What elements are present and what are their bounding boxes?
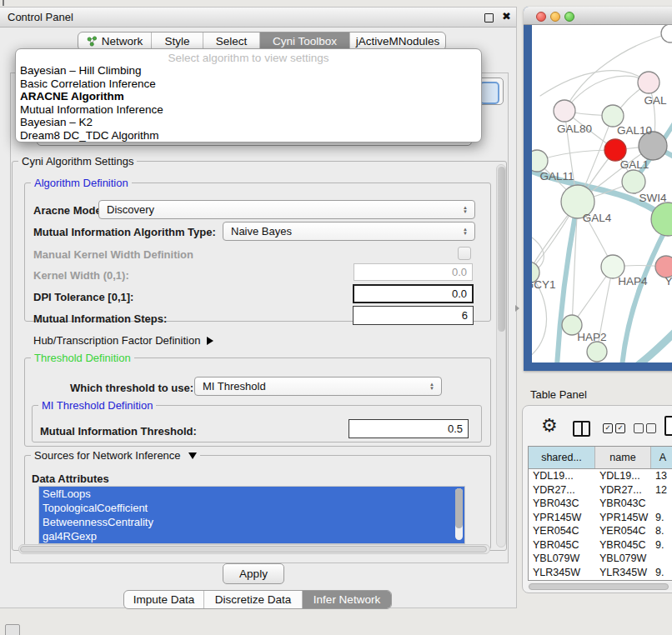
close-traffic-light-icon[interactable] <box>536 12 546 22</box>
network-node[interactable] <box>587 342 607 362</box>
algorithm-option[interactable]: Mutual Information Inference <box>16 103 481 117</box>
table-cell: YER054C <box>529 524 595 538</box>
algorithm-option[interactable]: Bayesian – K2 <box>16 116 481 129</box>
network-node[interactable] <box>638 72 659 93</box>
table-cell: 9. <box>651 538 672 552</box>
column-header[interactable]: shared... <box>529 447 595 468</box>
stepper-icon: ▲▼ <box>425 382 441 390</box>
select-all-checkboxes-icon[interactable]: ✓✓ <box>603 423 625 433</box>
attribute-item[interactable]: SelfLoops <box>39 487 464 501</box>
manual-kernel-checkbox[interactable] <box>458 247 471 260</box>
tab-network[interactable]: Network <box>78 32 152 50</box>
algorithm-option[interactable]: Dream8 DC_TDC Algorithm <box>16 129 481 142</box>
sources-group-title[interactable]: Sources for Network Inference <box>31 449 200 462</box>
hub-definition-expander[interactable]: Hub/Transcription Factor Definition <box>33 334 213 347</box>
tab-discretize-data[interactable]: Discretize Data <box>204 591 303 608</box>
table-cell: YBL079W <box>595 552 651 566</box>
tab-cyni-toolbox[interactable]: Cyni Toolbox <box>260 32 350 50</box>
kernel-width-field[interactable]: 0.0 <box>354 263 473 281</box>
minimize-traffic-light-icon[interactable] <box>550 12 560 22</box>
table-row[interactable]: YPR145WYPR145W9. <box>529 511 672 525</box>
tab-infer-network-label: Infer Network <box>313 593 380 606</box>
attribute-item[interactable]: BetweennessCentrality <box>39 515 464 529</box>
table-horizontal-scrollbar-thumb[interactable] <box>529 583 669 590</box>
tab-select[interactable]: Select <box>203 32 260 50</box>
hub-definition-label: Hub/Transcription Factor Definition <box>33 334 200 347</box>
node-label: GAL1 <box>620 158 649 171</box>
table-row[interactable]: YBL079WYBL079W <box>529 552 672 566</box>
settings-horizontal-scrollbar-thumb[interactable] <box>20 546 487 552</box>
table-cell <box>651 497 672 511</box>
attributes-scrollbar-thumb[interactable] <box>455 488 463 528</box>
close-icon[interactable]: ✖ <box>502 10 511 22</box>
table-horizontal-scrollbar[interactable] <box>528 582 672 590</box>
table-row[interactable]: YDL19...YDL19...13 <box>529 469 672 483</box>
network-window-titlebar[interactable] <box>524 7 672 25</box>
aracne-mode-select[interactable]: Discovery ▲▼ <box>98 200 475 219</box>
network-node[interactable] <box>622 170 645 193</box>
zoom-traffic-light-icon[interactable] <box>564 12 574 22</box>
mi-algorithm-type-select[interactable]: Naive Bayes ▲▼ <box>223 222 475 241</box>
which-threshold-label: Which threshold to use: <box>70 382 193 394</box>
apply-button-label: Apply <box>239 568 268 580</box>
data-attributes-listbox[interactable]: SelfLoopsTopologicalCoefficientBetweenne… <box>38 486 465 544</box>
attribute-item[interactable]: gal4RGexp <box>39 529 464 543</box>
algorithm-option[interactable]: Basic Correlation Inference <box>16 78 481 91</box>
settings-group-title: Cyni Algorithm Settings <box>18 155 137 168</box>
file-icon[interactable] <box>664 416 672 436</box>
table-panel-card: ⚙ ✓✓ shared...nameA YDL19...YDL19...13YD… <box>522 405 672 593</box>
table-row[interactable]: YLR345WYLR345W9. <box>529 566 672 580</box>
columns-icon[interactable] <box>573 421 590 437</box>
network-canvas[interactable]: GALGAL80GAL10GAL1GAL11SWI4GAL4GCY1HAP4YH… <box>532 25 672 362</box>
algorithm-dropdown-list: Bayesian – Hill ClimbingBasic Correlatio… <box>16 64 481 142</box>
settings-scrollbar[interactable] <box>496 164 506 548</box>
deselect-checkboxes-icon[interactable] <box>634 423 656 433</box>
table-row[interactable]: YBR043CYBR043C <box>529 497 672 511</box>
float-icon[interactable] <box>484 13 494 22</box>
algorithm-dropdown-placeholder: Select algorithm to view settings <box>16 52 481 64</box>
table-cell: YPR145W <box>529 511 595 525</box>
tab-style[interactable]: Style <box>152 32 203 50</box>
algorithm-option[interactable]: Bayesian – Hill Climbing <box>16 64 481 78</box>
table-row[interactable]: YBR045CYBR045C9. <box>529 538 672 552</box>
algorithm-definition-title: Algorithm Definition <box>31 177 132 189</box>
table-row[interactable]: YER054CYER054C8. <box>529 524 672 538</box>
node-label: HAP2 <box>577 331 606 343</box>
settings-horizontal-scrollbar[interactable] <box>18 544 490 554</box>
tab-jactivemnodules[interactable]: jActiveMNodules <box>350 32 445 50</box>
node-label: GAL4 <box>583 212 612 224</box>
column-header[interactable]: A <box>651 447 672 468</box>
node-table[interactable]: shared...nameA YDL19...YDL19...13YDR27..… <box>528 446 672 581</box>
table-row[interactable]: YDR27...YDR27...12 <box>529 483 672 498</box>
network-node[interactable] <box>661 25 672 42</box>
table-cell: YLR345W <box>529 566 595 580</box>
table-body: YDL19...YDL19...13YDR27...YDR27...12YBR0… <box>529 469 672 581</box>
mi-threshold-value: 0.5 <box>448 422 463 435</box>
panel-splitter-arrow[interactable] <box>515 305 519 312</box>
tab-discretize-data-label: Discretize Data <box>215 593 292 606</box>
network-node[interactable] <box>532 150 548 172</box>
algorithm-option[interactable]: ARACNE Algorithm <box>16 90 481 103</box>
screen-edge-artifact <box>3 0 4 6</box>
data-attributes-list: SelfLoopsTopologicalCoefficientBetweenne… <box>39 487 464 543</box>
network-canvas-svg: GALGAL80GAL10GAL1GAL11SWI4GAL4GCY1HAP4YH… <box>532 25 672 362</box>
tab-impute-data[interactable]: Impute Data <box>124 591 204 608</box>
attributes-scrollbar[interactable] <box>455 488 463 540</box>
apply-button[interactable]: Apply <box>223 563 284 584</box>
mi-threshold-field[interactable]: 0.5 <box>349 419 469 438</box>
which-threshold-select[interactable]: MI Threshold ▲▼ <box>194 377 442 396</box>
dpi-tolerance-field[interactable]: 0.0 <box>353 284 474 303</box>
tab-cyni-toolbox-label: Cyni Toolbox <box>273 35 337 48</box>
cut-off-button-fragment[interactable] <box>5 624 20 635</box>
gear-icon[interactable]: ⚙ <box>541 415 558 437</box>
attribute-item[interactable]: TopologicalCoefficient <box>39 501 464 515</box>
table-row[interactable]: YIL052CYIL052C9 <box>529 579 672 581</box>
manual-kernel-label: Manual Kernel Width Definition <box>33 248 193 261</box>
network-node[interactable] <box>554 100 575 122</box>
column-header[interactable]: name <box>595 447 651 468</box>
settings-scrollbar-thumb[interactable] <box>498 167 505 332</box>
kernel-width-label: Kernel Width (0,1): <box>33 269 129 282</box>
expander-expanded-icon <box>188 452 197 459</box>
tab-infer-network[interactable]: Infer Network <box>303 591 391 608</box>
mi-steps-field[interactable]: 6 <box>353 306 474 325</box>
